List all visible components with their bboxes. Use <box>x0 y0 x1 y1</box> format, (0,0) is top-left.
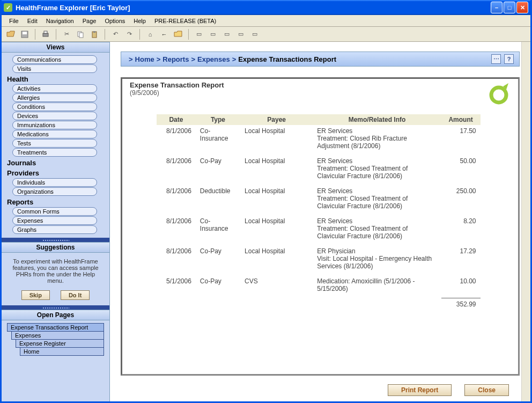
cell-type: Co-Pay <box>196 155 240 185</box>
menu-prerelease[interactable]: PRE-RELEASE (BETA) <box>150 17 220 25</box>
cell-memo: ER PhysicianVisit: Local Hospital - Emer… <box>313 245 441 275</box>
cell-type: Co-Insurance <box>196 215 240 245</box>
breadcrumb-more-icon[interactable]: ⋯ <box>491 54 501 64</box>
cell-date: 8/1/2006 <box>157 155 196 185</box>
menu-help[interactable]: Help <box>129 17 150 25</box>
tool-a-icon[interactable]: ▭ <box>193 28 205 40</box>
tool-c-icon[interactable]: ▭ <box>221 28 233 40</box>
sidebar-item-immunizations[interactable]: Immunizations <box>12 121 97 129</box>
skip-button[interactable]: Skip <box>21 290 50 300</box>
toolbar: ✂ ↶ ↷ ⌂ ← ▭ ▭ ▭ ▭ ▭ <box>2 27 530 42</box>
panel-grip-2[interactable] <box>2 305 109 310</box>
tool-d-icon[interactable]: ▭ <box>235 28 247 40</box>
sidebar-item-activities[interactable]: Activities <box>12 84 97 93</box>
cell-amount: 17.29 <box>441 245 481 275</box>
titlebar: ✓ HealthFrame Explorer [Eric Taylor] – □… <box>2 0 530 15</box>
sidebar-item-tests[interactable]: Tests <box>12 139 97 148</box>
back-icon[interactable]: ← <box>158 28 170 40</box>
cell-date: 5/1/2006 <box>157 275 196 298</box>
panel-grip[interactable] <box>2 238 109 242</box>
sidebar-item-expenses[interactable]: Expenses <box>12 216 97 225</box>
sidebar-item-individuals[interactable]: Individuals <box>12 178 97 187</box>
sidebar-item-communications[interactable]: Communications <box>12 55 97 64</box>
save-icon[interactable] <box>19 28 31 40</box>
undo-icon[interactable]: ↶ <box>109 28 121 40</box>
sidebar-item-conditions[interactable]: Conditions <box>12 102 97 111</box>
print-icon[interactable] <box>40 28 51 40</box>
cut-icon[interactable]: ✂ <box>61 28 72 40</box>
healthframe-logo-icon <box>487 81 511 105</box>
sidebar: Views Communications Visits Health Activ… <box>2 42 110 401</box>
paste-icon[interactable] <box>88 28 100 40</box>
print-report-button[interactable]: Print Report <box>388 384 452 396</box>
menu-navigation[interactable]: Navigation <box>42 17 78 25</box>
cell-memo: ER ServicesTreatment: Closed Treatment o… <box>313 215 441 245</box>
cell-date: 8/1/2006 <box>157 125 196 155</box>
open-page-item[interactable]: Expenses <box>11 331 104 340</box>
table-row: 8/1/2006Co-PayLocal HospitalER ServicesT… <box>157 155 481 185</box>
open-page-item[interactable]: Home <box>20 347 104 356</box>
report-date: (9/5/2006) <box>130 89 224 97</box>
redo-icon[interactable]: ↷ <box>123 28 135 40</box>
open-page-item[interactable]: Expense Transactions Report <box>7 323 104 332</box>
table-row: 5/1/2006Co-PayCVSMedication: Amoxicillin… <box>157 275 481 298</box>
cell-memo: ER ServicesTreatment: Closed Rib Fractur… <box>313 125 441 155</box>
cell-memo: ER ServicesTreatment: Closed Treatment o… <box>313 155 441 185</box>
cell-amount: 250.00 <box>441 185 481 215</box>
open-pages-header: Open Pages <box>2 310 109 320</box>
home-icon[interactable]: ⌂ <box>144 28 156 40</box>
sidebar-item-organizations[interactable]: Organizations <box>12 187 97 196</box>
cell-payee: Local Hospital <box>240 125 313 155</box>
report-frame: Expense Transaction Report (9/5/2006) Da… <box>121 77 520 376</box>
breadcrumb: > Home > Reports > Expenses > Expense Tr… <box>121 52 520 67</box>
sidebar-item-devices[interactable]: Devices <box>12 112 97 120</box>
app-icon: ✓ <box>4 3 12 12</box>
cell-payee: CVS <box>240 275 313 298</box>
menu-page[interactable]: Page <box>78 17 101 25</box>
scrollbar[interactable] <box>521 42 530 401</box>
breadcrumb-help-icon[interactable]: ? <box>504 54 514 64</box>
close-button[interactable]: Close <box>464 384 509 396</box>
menu-file[interactable]: File <box>5 17 23 25</box>
folder-icon[interactable] <box>172 28 184 40</box>
open-icon[interactable] <box>5 28 17 40</box>
cell-payee: Local Hospital <box>240 215 313 245</box>
crumb-reports[interactable]: Reports <box>162 55 189 63</box>
sidebar-item-medications[interactable]: Medications <box>12 130 97 138</box>
report-table: Date Type Payee Memo/Related Info Amount… <box>157 114 481 313</box>
group-journals: Journals <box>7 159 104 167</box>
main-content: > Home > Reports > Expenses > Expense Tr… <box>110 42 530 401</box>
col-date: Date <box>157 114 196 125</box>
maximize-button[interactable]: □ <box>504 2 515 13</box>
sidebar-item-common-forms[interactable]: Common Forms <box>12 207 97 216</box>
crumb-home[interactable]: Home <box>135 55 154 63</box>
close-window-button[interactable]: ✕ <box>516 2 528 13</box>
tool-e-icon[interactable]: ▭ <box>249 28 261 40</box>
svg-rect-5 <box>79 33 83 38</box>
col-memo: Memo/Related Info <box>313 114 441 125</box>
crumb-current: Expense Transactions Report <box>238 55 336 63</box>
group-providers: Providers <box>7 169 104 177</box>
cell-payee: Local Hospital <box>240 185 313 215</box>
copy-icon[interactable] <box>75 28 86 40</box>
cell-type: Deductible <box>196 185 240 215</box>
cell-payee: Local Hospital <box>240 155 313 185</box>
menu-edit[interactable]: Edit <box>23 17 42 25</box>
table-row: 8/1/2006Co-InsuranceLocal HospitalER Ser… <box>157 215 481 245</box>
window-title: HealthFrame Explorer [Eric Taylor] <box>16 4 491 12</box>
sidebar-item-graphs[interactable]: Graphs <box>12 225 97 234</box>
crumb-expenses[interactable]: Expenses <box>197 55 230 63</box>
sidebar-item-visits[interactable]: Visits <box>12 64 97 73</box>
cell-amount: 17.50 <box>441 125 481 155</box>
sidebar-item-allergies[interactable]: Allergies <box>12 93 97 102</box>
minimize-button[interactable]: – <box>491 2 503 13</box>
menubar: File Edit Navigation Page Options Help P… <box>2 15 530 27</box>
open-page-item[interactable]: Expense Register <box>16 339 104 348</box>
menu-options[interactable]: Options <box>100 17 129 25</box>
tool-b-icon[interactable]: ▭ <box>207 28 219 40</box>
table-row: 8/1/2006Co-InsuranceLocal HospitalER Ser… <box>157 125 481 155</box>
suggestions-header: Suggestions <box>2 242 109 253</box>
table-total-row: 352.99 <box>157 298 481 313</box>
sidebar-item-treatments[interactable]: Treatments <box>12 148 97 157</box>
doit-button[interactable]: Do It <box>61 290 90 300</box>
